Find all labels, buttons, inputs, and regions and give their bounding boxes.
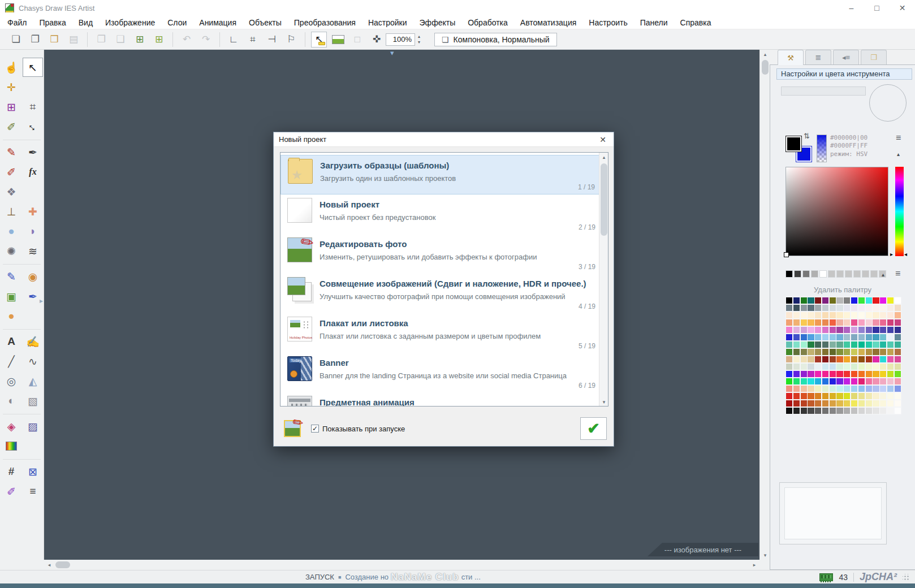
palette-swatch[interactable] xyxy=(815,364,821,370)
palette-swatch[interactable] xyxy=(895,327,901,333)
palette-swatch[interactable] xyxy=(786,364,792,370)
palette-swatch[interactable] xyxy=(887,378,894,384)
fx-brush-tool[interactable]: fx xyxy=(23,162,43,181)
swatch-collapse-icon[interactable]: ▴ xyxy=(882,271,884,278)
palette-swatch[interactable] xyxy=(801,312,807,318)
palette-swatch[interactable] xyxy=(801,334,807,340)
palette-swatch[interactable] xyxy=(866,400,872,407)
template-item-5[interactable]: Holiday PhotosПлакат или листовкаПлакат … xyxy=(280,313,608,353)
palette-swatch[interactable] xyxy=(822,371,828,377)
select-tool[interactable]: ⊞ xyxy=(1,97,21,116)
palette-swatch[interactable] xyxy=(836,297,843,304)
hue-slider[interactable] xyxy=(895,167,904,256)
palette-swatch[interactable] xyxy=(873,408,879,414)
palette-swatch[interactable] xyxy=(858,334,865,340)
palette-swatch[interactable] xyxy=(815,297,821,304)
brush-tool[interactable]: ✐ xyxy=(1,162,21,181)
palette-swatch[interactable] xyxy=(801,305,807,311)
menu-item-13[interactable]: Настроить xyxy=(582,16,633,29)
palette-swatch[interactable] xyxy=(793,393,800,399)
palette-swatch[interactable] xyxy=(815,371,821,377)
menu-item-5[interactable]: Слои xyxy=(161,16,193,29)
palette-swatch[interactable] xyxy=(830,334,836,340)
palette-swatch[interactable] xyxy=(858,378,865,384)
color-collapse-icon[interactable]: ▴ xyxy=(897,151,900,157)
palette-swatch[interactable] xyxy=(887,408,894,414)
palette-swatch[interactable] xyxy=(858,305,865,311)
scroll-up-icon[interactable]: ▴ xyxy=(760,50,770,59)
palette-swatch[interactable] xyxy=(808,327,814,333)
palette-swatch[interactable] xyxy=(836,356,843,362)
palette-swatch[interactable] xyxy=(895,386,901,392)
palette-swatch[interactable] xyxy=(887,356,894,362)
palette-swatch[interactable] xyxy=(844,341,850,348)
gray-swatch[interactable] xyxy=(862,270,869,278)
palette-swatch[interactable] xyxy=(808,364,814,370)
palette-swatch[interactable] xyxy=(786,319,792,326)
palette-swatch[interactable] xyxy=(866,393,872,399)
palette-swatch[interactable] xyxy=(844,378,850,384)
gray-swatch[interactable] xyxy=(870,270,878,278)
polygon-tool[interactable]: ◭ xyxy=(23,371,43,391)
gradient-tool[interactable] xyxy=(1,436,21,456)
palette-swatch[interactable] xyxy=(844,400,850,407)
magic-pen-tool[interactable]: ✐ xyxy=(1,482,21,501)
gray-swatch[interactable] xyxy=(785,270,793,278)
snap-guides-icon[interactable]: ⚐ xyxy=(283,32,299,47)
palette-swatch[interactable] xyxy=(822,386,828,392)
palette-swatch[interactable] xyxy=(858,400,865,407)
palette-swatch[interactable] xyxy=(808,400,814,407)
palette-swatch[interactable] xyxy=(786,356,792,362)
frame-icon[interactable]: □ xyxy=(349,32,365,47)
template-item-6[interactable]: TodayBannerBanner для the landing Страни… xyxy=(280,353,608,392)
palette-swatch[interactable] xyxy=(830,312,836,318)
crop-tool[interactable]: ⌗ xyxy=(23,97,43,116)
palette-swatch[interactable] xyxy=(836,334,843,340)
palette-swatch[interactable] xyxy=(851,400,857,407)
resize-grip[interactable] xyxy=(903,574,909,581)
copy-icon[interactable]: ❐ xyxy=(93,32,109,47)
palette-swatch[interactable] xyxy=(801,319,807,326)
palette-swatch[interactable] xyxy=(830,378,836,384)
palette-swatch[interactable] xyxy=(822,378,828,384)
palette-swatch[interactable] xyxy=(808,334,814,340)
menu-item-15[interactable]: Справка xyxy=(674,16,718,29)
palette-swatch[interactable] xyxy=(887,341,894,348)
palette-swatch[interactable] xyxy=(887,327,894,333)
rulers-icon[interactable]: ∟ xyxy=(226,32,241,47)
palette-swatch[interactable] xyxy=(822,319,828,326)
palette-swatch[interactable] xyxy=(815,312,821,318)
palette-swatch[interactable] xyxy=(851,341,857,348)
palette-swatch[interactable] xyxy=(793,378,800,384)
palette-swatch[interactable] xyxy=(844,393,850,399)
palette-swatch[interactable] xyxy=(830,371,836,377)
palette-swatch[interactable] xyxy=(858,364,865,370)
add-layer-icon[interactable]: ⊞ xyxy=(132,32,148,47)
waterdrop-tool[interactable]: ● xyxy=(1,222,21,241)
palette-swatch[interactable] xyxy=(822,349,828,355)
palette-swatch[interactable] xyxy=(895,341,901,348)
palette-swatch[interactable] xyxy=(866,349,872,355)
palette-swatch[interactable] xyxy=(851,312,857,318)
palette-swatch[interactable] xyxy=(786,393,792,399)
palette-swatch[interactable] xyxy=(808,386,814,392)
palette-swatch[interactable] xyxy=(873,400,879,407)
palette-swatch[interactable] xyxy=(830,408,836,414)
palette-swatch[interactable] xyxy=(822,356,828,362)
palette-swatch[interactable] xyxy=(858,319,865,326)
palette-swatch[interactable] xyxy=(836,319,843,326)
image-edit-tool[interactable]: ▣ xyxy=(1,287,21,306)
box3d-tool[interactable]: ▧ xyxy=(23,391,43,410)
palette-swatch[interactable] xyxy=(786,334,792,340)
palette-swatch[interactable] xyxy=(880,386,886,392)
palette-swatch[interactable] xyxy=(858,371,865,377)
heal-tool[interactable]: ✚ xyxy=(23,202,43,221)
resize-tool[interactable]: ↔ xyxy=(23,117,43,136)
swatch-menu-icon[interactable]: ≡ xyxy=(895,269,900,279)
palette-swatch[interactable] xyxy=(786,297,792,304)
menu-item-8[interactable]: Преобразования xyxy=(288,16,362,29)
color-menu-icon[interactable]: ≡ xyxy=(896,133,901,143)
palette-swatch[interactable] xyxy=(808,319,814,326)
palette-swatch[interactable] xyxy=(866,341,872,348)
palette-swatch[interactable] xyxy=(887,364,894,370)
